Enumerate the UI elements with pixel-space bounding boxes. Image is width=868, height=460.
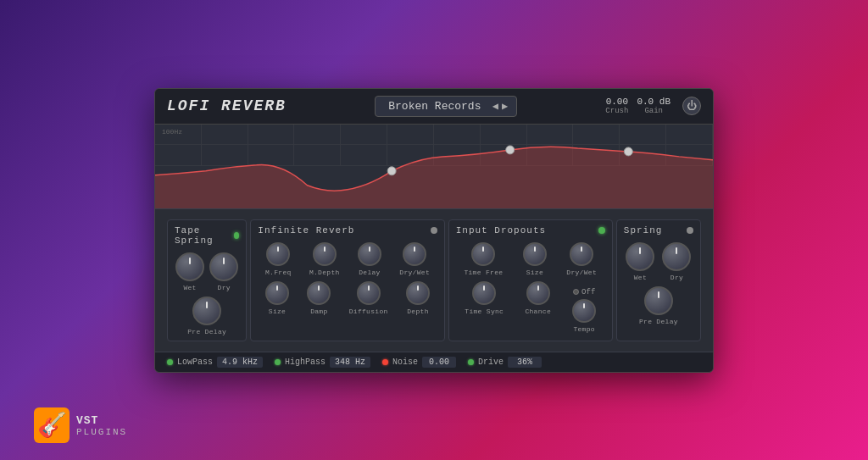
knob-label-size-ir: Size: [269, 308, 286, 315]
preset-selector[interactable]: Broken Records ◀ ▶: [375, 96, 517, 117]
spring-header: Spring: [624, 225, 693, 236]
knob-depth-ir[interactable]: [406, 281, 430, 305]
power-button[interactable]: ⏻: [682, 97, 701, 115]
knob-dry-ts[interactable]: [209, 252, 238, 281]
knob-label-delay-ir: Delay: [359, 269, 381, 276]
highpass-led: [275, 359, 281, 365]
infinite-reverb-knobs-row2: Size Damp Diffusion Depth: [258, 281, 437, 315]
infinite-reverb-led: [431, 227, 437, 234]
knob-label-damp: Damp: [310, 308, 327, 315]
knob-drywet-ir[interactable]: [403, 242, 426, 266]
infinite-reverb-section: Infinite Reverb M.Freq M.Depth Delay: [250, 219, 444, 341]
eq-curve-svg: [155, 125, 713, 209]
knob-size-id[interactable]: [523, 242, 547, 266]
knob-size-ir[interactable]: [265, 281, 289, 305]
knob-group-size-ir: Size: [265, 281, 289, 315]
header: LoFi Reverb Broken Records ◀ ▶ 0.00 Crus…: [155, 89, 713, 125]
spring-title: Spring: [624, 225, 663, 236]
gain-display: 0.0 dB Gain: [637, 97, 670, 115]
knob-delay-ir[interactable]: [358, 242, 381, 266]
knob-dry-sp[interactable]: [662, 242, 691, 271]
knob-mfreq[interactable]: [266, 242, 290, 266]
spring-section: Spring Wet Dry Pre Dela: [616, 219, 701, 341]
plugins-label: PLUGINS: [76, 427, 127, 437]
drive-label: Drive: [478, 357, 504, 367]
knob-label-timesync: Time Sync: [465, 308, 504, 315]
knob-group-predelay-sp: Pre Delay: [639, 286, 678, 325]
input-dropouts-led: [598, 227, 605, 234]
preset-next-button[interactable]: ▶: [502, 100, 508, 113]
knob-group-diffusion: Diffusion: [349, 281, 388, 315]
guitar-icon: 🎸: [34, 407, 70, 443]
input-dropouts-knobs-row2: Time Sync Chance Off: [456, 281, 605, 333]
knob-label-drywet-ir: Dry/Wet: [399, 269, 430, 276]
knob-label-dry-sp: Dry: [670, 274, 683, 281]
eq-display: 100Hz: [155, 125, 713, 209]
knob-wet-ts[interactable]: [175, 252, 204, 281]
tempo-led-off: Off: [573, 288, 595, 297]
infinite-reverb-title: Infinite Reverb: [258, 225, 354, 236]
noise-label: Noise: [392, 357, 418, 367]
eq-node-1[interactable]: [387, 166, 396, 175]
lowpass-param: LowPass 4.9 kHz: [167, 357, 263, 368]
branding: 🎸 VST PLUGINS: [34, 407, 127, 443]
noise-value[interactable]: 0.00: [422, 357, 456, 368]
plugin-logo: LoFi Reverb: [167, 97, 287, 114]
knob-drywet-id[interactable]: [570, 242, 593, 266]
knob-group-predelay-ts: Pre Delay: [187, 297, 226, 335]
lowpass-value[interactable]: 4.9 kHz: [217, 357, 263, 368]
crush-gain-display: 0.00 Crush 0.0 dB Gain: [605, 97, 670, 115]
eq-node-2[interactable]: [506, 145, 515, 153]
tape-spring-knobs-row1: Wet Dry: [175, 252, 239, 291]
gain-value: 0.0 dB: [637, 97, 670, 107]
knob-group-damp: Damp: [307, 281, 331, 315]
preset-nav: ◀ ▶: [492, 100, 508, 113]
knob-group-timesync: Time Sync: [465, 281, 504, 333]
knob-group-delay-ir: Delay: [358, 242, 381, 276]
highpass-label: HighPass: [285, 357, 326, 367]
input-dropouts-knobs-row1: Time Free Size Dry/Wet: [456, 242, 605, 276]
knob-mdepth[interactable]: [313, 242, 337, 266]
knob-wet-sp[interactable]: [626, 242, 654, 271]
knob-group-depth-ir: Depth: [406, 281, 430, 315]
knob-group-tempo: Off Tempo: [572, 281, 596, 333]
spring-led: [687, 227, 693, 234]
knob-label-chance: Chance: [525, 308, 551, 315]
knob-predelay-ts[interactable]: [192, 297, 221, 325]
knob-label-diffusion: Diffusion: [349, 308, 388, 315]
knob-timesync[interactable]: [472, 281, 496, 305]
noise-led: [382, 359, 388, 365]
tempo-led-dot: [573, 289, 579, 295]
knob-timefree[interactable]: [471, 242, 495, 266]
tape-spring-section: Tape Spring Wet Dry Pre: [167, 219, 247, 341]
crush-display: 0.00 Crush: [605, 97, 628, 115]
tape-spring-knobs-row2: Pre Delay: [175, 297, 239, 335]
knob-label-wet-sp: Wet: [634, 274, 647, 281]
knob-label-size-id: Size: [526, 269, 543, 276]
infinite-reverb-knobs-row1: M.Freq M.Depth Delay Dry/Wet: [258, 242, 437, 276]
controls-area: Tape Spring Wet Dry Pre: [155, 209, 713, 352]
knob-predelay-sp[interactable]: [644, 286, 673, 315]
eq-node-3[interactable]: [624, 147, 632, 155]
preset-prev-button[interactable]: ◀: [492, 100, 498, 113]
input-dropouts-header: Input Dropouts: [456, 225, 605, 236]
knob-damp[interactable]: [307, 281, 331, 305]
brand-text: VST PLUGINS: [76, 414, 127, 437]
preset-name: Broken Records: [384, 100, 486, 113]
lowpass-led: [167, 359, 173, 365]
knob-tempo[interactable]: [572, 299, 596, 323]
knob-group-chance: Chance: [525, 281, 551, 333]
drive-value[interactable]: 36%: [508, 357, 542, 368]
knob-diffusion[interactable]: [357, 281, 381, 305]
knob-group-mdepth: M.Depth: [309, 242, 340, 276]
knob-label-depth-ir: Depth: [407, 308, 429, 315]
header-right: 0.00 Crush 0.0 dB Gain ⏻: [605, 97, 701, 115]
highpass-value[interactable]: 348 Hz: [330, 357, 370, 368]
knob-label-timefree: Time Free: [464, 269, 503, 276]
knob-group-dry-ts: Dry: [209, 252, 238, 291]
infinite-reverb-header: Infinite Reverb: [258, 225, 437, 236]
knob-group-timefree: Time Free: [464, 242, 503, 276]
knob-chance[interactable]: [526, 281, 550, 305]
knob-group-drywet-ir: Dry/Wet: [399, 242, 430, 276]
knob-group-wet-ts: Wet: [175, 252, 204, 291]
